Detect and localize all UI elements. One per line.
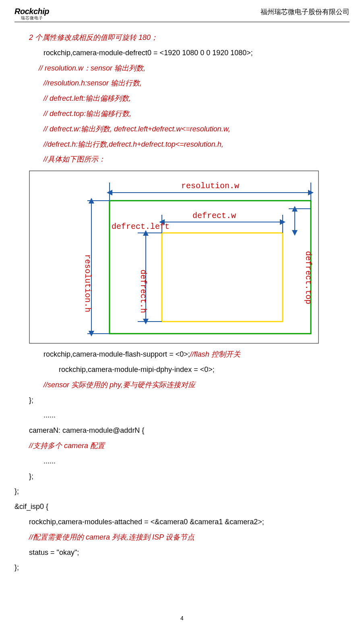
- text-span: rockchip,camera-module-flash-support = <…: [43, 350, 190, 358]
- logo-main-text: Rockchip: [14, 7, 49, 15]
- label-resolution-w: resolution.w: [181, 181, 239, 191]
- text-line: ......: [14, 454, 350, 469]
- text-line: //resolution.h:sensor 输出行数,: [14, 76, 350, 91]
- label-defrect-top: defrect.top: [304, 251, 313, 304]
- defrect-diagram: resolution.w defrect.w defrect.left defr…: [29, 170, 319, 344]
- text-line: // defrect.top:输出偏移行数,: [14, 106, 350, 122]
- label-defrect-left: defrect.left: [112, 222, 170, 231]
- label-defrect-h: defrect.h: [139, 270, 148, 313]
- label-resolution-h: resolution.h: [83, 254, 92, 312]
- text-line: };: [14, 393, 350, 408]
- svg-rect-1: [110, 201, 311, 334]
- logo-sub-text: 瑞芯微电子: [21, 16, 43, 20]
- text-line: rockchip,camera-module-flash-support = <…: [14, 347, 350, 362]
- document-body: 2 个属性修改成相反的值即可旋转 180； rockchip,camera-mo…: [14, 30, 350, 575]
- text-line: // defrect.w:输出列数, defrect.left+defrect.…: [14, 122, 350, 137]
- svg-rect-2: [162, 233, 283, 322]
- text-line: //支持多个 camera 配置: [14, 438, 350, 454]
- text-line: //sensor 实际使用的 phy,要与硬件实际连接对应: [14, 378, 350, 393]
- text-span: //flash 控制开关: [190, 350, 240, 358]
- svg-rect-0: [29, 171, 318, 343]
- text-line: rockchip,camera-modules-attached = <&cam…: [14, 515, 350, 530]
- text-line: };: [14, 560, 350, 575]
- text-line: };: [14, 484, 350, 499]
- text-line: // defrect.left:输出偏移列数,: [14, 91, 350, 106]
- text-line: // resolution.w：sensor 输出列数,: [14, 61, 350, 76]
- text-line: rockchip,camera-module-defrect0 = <1920 …: [14, 46, 350, 61]
- text-line: rockchip,camera-module-mipi-dphy-index =…: [14, 362, 350, 378]
- text-line: &cif_isp0 {: [14, 499, 350, 515]
- label-defrect-w: defrect.w: [192, 211, 236, 220]
- page-header: Rockchip 瑞芯微电子 福州瑞芯微电子股份有限公司: [14, 7, 350, 22]
- diagram-svg: resolution.w defrect.w defrect.left defr…: [29, 170, 319, 344]
- text-line: status = "okay";: [14, 545, 350, 561]
- text-line: //具体如下图所示：: [14, 152, 350, 167]
- text-line: 2 个属性修改成相反的值即可旋转 180；: [14, 30, 350, 46]
- page-number: 4: [0, 615, 364, 621]
- text-line: cameraN: camera-module@addrN {: [14, 423, 350, 438]
- company-name: 福州瑞芯微电子股份有限公司: [261, 7, 350, 17]
- text-line: };: [14, 469, 350, 484]
- logo: Rockchip 瑞芯微电子: [14, 7, 49, 20]
- text-line: //配置需要使用的 camera 列表,连接到 ISP 设备节点: [14, 530, 350, 545]
- text-line: ......: [14, 408, 350, 423]
- text-line: //defrect.h:输出行数,defrect.h+defrect.top<=…: [14, 137, 350, 152]
